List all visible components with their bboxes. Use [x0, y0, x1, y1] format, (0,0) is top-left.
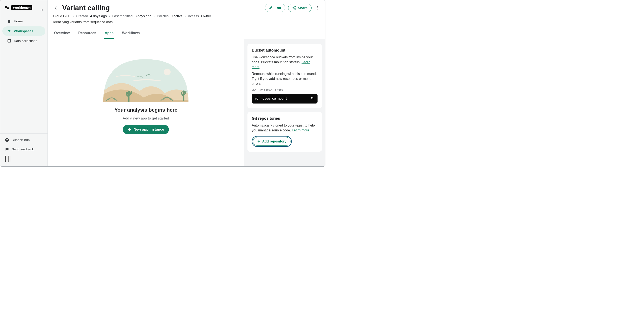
back-button[interactable] — [53, 5, 59, 11]
meta-created-value: 4 days ago — [90, 14, 107, 18]
add-repository-button[interactable]: Add repository — [253, 137, 290, 146]
empty-state-illustration-icon — [101, 57, 190, 102]
svg-line-16 — [294, 8, 295, 9]
sidebar: Workbench Home Workspaces — [0, 0, 48, 166]
workspace-content: Your analysis begins here Add a new app … — [48, 39, 325, 166]
svg-point-2 — [8, 30, 9, 31]
meta-created-label: Created — [76, 14, 88, 18]
edit-button[interactable]: Edit — [265, 4, 285, 12]
svg-point-3 — [9, 30, 10, 31]
side-panel: Bucket automount Use workspace buckets f… — [244, 39, 325, 166]
meta-modified-value: 3 days ago — [135, 14, 152, 18]
workspace-description: Identifying variants from sequence data — [53, 20, 320, 24]
sidebar-support-hub[interactable]: ? Support hub — [2, 135, 45, 144]
svg-point-26 — [183, 91, 185, 93]
feedback-icon — [5, 147, 9, 152]
home-icon — [7, 19, 11, 24]
svg-point-22 — [164, 68, 170, 76]
sidebar-item-data-collections[interactable]: Data collections — [2, 36, 45, 46]
share-button[interactable]: Share — [288, 4, 312, 12]
tab-resources[interactable]: Resources — [77, 28, 97, 39]
sidebar-send-feedback[interactable]: Send feedback — [2, 144, 45, 154]
empty-state-title: Your analysis begins here — [114, 107, 178, 113]
pencil-icon — [269, 6, 273, 10]
new-app-instance-button[interactable]: New app instance — [123, 125, 169, 134]
tab-overview[interactable]: Overview — [53, 28, 70, 39]
svg-point-24 — [128, 92, 130, 94]
sidebar-footer: ? Support hub Send feedback — [0, 133, 48, 166]
svg-rect-11 — [7, 150, 7, 150]
svg-rect-1 — [7, 8, 9, 9]
meta-separator: • — [154, 14, 155, 18]
help-icon: ? — [5, 138, 9, 142]
plus-icon — [128, 128, 132, 132]
share-button-label: Share — [298, 6, 308, 10]
add-repository-highlight: Add repository — [252, 136, 292, 147]
mount-command-box: wb resource mount — [252, 94, 318, 104]
empty-state-subtitle: Add a new app to get started — [123, 116, 169, 120]
sidebar-item-home[interactable]: Home — [2, 16, 45, 26]
sidebar-nav: Home Workspaces Data collections — [0, 15, 48, 46]
git-repositories-card: Git repositories Automatically cloned to… — [248, 112, 322, 152]
empty-area: Your analysis begins here Add a new app … — [48, 39, 244, 166]
card-text: Automatically cloned to your apps, to he… — [252, 123, 318, 133]
app-shell: Workbench Home Workspaces — [0, 0, 326, 166]
workspace-header: Variant calling Edit Share — [48, 0, 325, 39]
meta-separator: • — [109, 14, 110, 18]
mount-command: wb resource mount — [255, 97, 288, 100]
sidebar-collapse-button[interactable] — [38, 7, 44, 13]
meta-separator: • — [72, 14, 74, 18]
svg-point-4 — [9, 31, 10, 32]
sidebar-item-workspaces[interactable]: Workspaces — [2, 26, 45, 36]
meta-separator: • — [185, 14, 186, 18]
workspaces-icon — [7, 29, 11, 33]
meta-policies-label: Policies — [157, 14, 168, 18]
meta-access-label: Access — [188, 14, 199, 18]
svg-rect-0 — [5, 6, 7, 8]
more-menu-button[interactable] — [314, 5, 320, 11]
brand-product-tag: Workbench — [11, 5, 32, 10]
workspace-tabs: Overview Resources Apps Workflows — [53, 28, 320, 39]
brand: Workbench — [0, 4, 48, 13]
avatar — [5, 156, 11, 162]
empty-state: Your analysis begins here Add a new app … — [101, 57, 190, 134]
meta-cloud: Cloud GCP — [53, 14, 70, 18]
new-app-instance-label: New app instance — [134, 127, 164, 132]
tab-workflows[interactable]: Workflows — [121, 28, 140, 39]
meta-policies-value: 0 active — [171, 14, 182, 18]
sidebar-item-label: Home — [14, 20, 22, 23]
bucket-automount-card: Bucket automount Use workspace buckets f… — [248, 44, 322, 108]
learn-more-link[interactable]: Learn more — [292, 128, 310, 132]
sidebar-footer-label: Support hub — [12, 138, 30, 142]
svg-point-18 — [317, 6, 318, 7]
mount-resources-label: MOUNT RESOURCES — [252, 89, 318, 92]
svg-point-19 — [317, 8, 318, 8]
title-actions: Edit Share — [265, 4, 320, 12]
svg-point-20 — [317, 9, 318, 9]
svg-line-17 — [294, 7, 295, 8]
plus-icon — [257, 140, 260, 143]
sidebar-user-account[interactable] — [2, 154, 45, 163]
card-text: Use workspace buckets from inside your a… — [252, 55, 318, 70]
main: Variant calling Edit Share — [48, 0, 325, 166]
sidebar-footer-label: Send feedback — [12, 148, 34, 151]
workspace-meta: Cloud GCP • Created 4 days ago • Last mo… — [53, 14, 320, 18]
card-title: Bucket automount — [252, 48, 318, 52]
meta-access-value: Owner — [201, 14, 211, 18]
page-title: Variant calling — [62, 4, 110, 12]
data-collections-icon — [7, 39, 11, 43]
svg-text:?: ? — [6, 138, 8, 141]
add-repository-label: Add repository — [262, 140, 286, 143]
edit-button-label: Edit — [274, 6, 281, 10]
sidebar-item-label: Workspaces — [14, 29, 33, 33]
card-title: Git repositories — [252, 116, 318, 121]
brand-logo-icon — [4, 6, 10, 10]
tab-apps[interactable]: Apps — [104, 28, 114, 39]
sidebar-item-label: Data collections — [14, 39, 37, 43]
card-text: Remount while running with this command.… — [252, 71, 318, 86]
svg-rect-10 — [7, 148, 7, 149]
meta-modified-label: Last modified — [112, 14, 132, 18]
share-icon — [292, 6, 296, 10]
copy-command-button[interactable] — [311, 97, 314, 100]
